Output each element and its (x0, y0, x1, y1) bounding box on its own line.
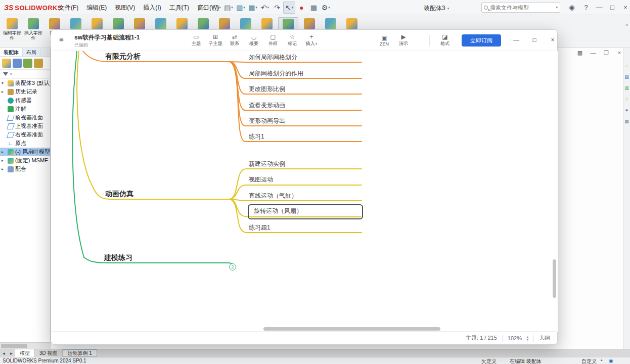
customize-caret-icon[interactable]: ▴ (601, 358, 603, 362)
taskpane-grid-icon[interactable]: ▦ (575, 50, 584, 56)
tabs-next-icon[interactable]: ► (8, 351, 15, 357)
view-palette-icon[interactable]: ☆ (624, 97, 628, 102)
outline-button[interactable]: 大纲 (539, 334, 550, 342)
mindmap-canvas[interactable]: 有限元分析 如何局部网格划分 局部网格划分的作用 更改图形比例 查看变形动画 变… (52, 51, 558, 332)
mindmap-branch-topic[interactable]: 动画仿真 (105, 189, 133, 199)
format-button[interactable]: ◪格式 (435, 32, 455, 49)
tree-row-mates[interactable]: ▸配合 (0, 165, 50, 173)
user-account-icon[interactable]: ◉ (565, 0, 578, 15)
tree-row-top-plane[interactable]: 上视基准面 (0, 122, 50, 130)
tree-row-front-plane[interactable]: 前视基准面 (0, 113, 50, 122)
tree-row-history[interactable]: ▸历史记录 (0, 87, 50, 96)
tree-row-right-plane[interactable]: 右视基准面 (0, 130, 50, 139)
design-library-icon[interactable]: ▤ (624, 74, 629, 79)
pin-icon[interactable]: ⊙ (178, 4, 183, 11)
tab-3d-views[interactable]: 3D 视图 (35, 349, 63, 357)
doc-restore-button[interactable]: ❐ (602, 50, 611, 56)
marker-button[interactable]: ☆标记 (283, 32, 302, 49)
window-minimize-button[interactable]: — (593, 0, 606, 15)
topic-button[interactable]: ▭主题 (187, 32, 206, 49)
xmind-close-button[interactable]: × (545, 33, 560, 47)
tree-row-assembly[interactable]: ▾装配体3 (默认) <显 (0, 79, 50, 87)
menu-insert[interactable]: 插入(I) (139, 2, 165, 14)
expand-arrow-icon[interactable]: ▸ (2, 150, 6, 154)
window-close-button[interactable]: × (619, 0, 630, 15)
tab-motion-study-1[interactable]: 运动算例 1 (63, 349, 97, 357)
new-document-icon[interactable]: ▢▾ (210, 2, 222, 14)
ribbon-collapse-chevron[interactable]: ^ (625, 23, 628, 29)
view-settings-icon[interactable]: ▦ (307, 2, 320, 14)
mindmap-node[interactable]: 新建运动实例 (249, 159, 285, 168)
open-document-icon[interactable]: ▤▾ (222, 2, 235, 14)
select-tool-icon[interactable]: ↖▾ (283, 2, 295, 14)
save-icon[interactable]: ▥▾ (235, 2, 247, 14)
mindmap-node[interactable]: 直线运动（气缸） (249, 191, 297, 200)
menu-edit[interactable]: 编辑(E) (82, 2, 111, 14)
zoom-out-caret-icon[interactable]: ▾ (527, 338, 528, 341)
search-input[interactable] (490, 5, 554, 11)
mindmap-node[interactable]: 练习题1 (249, 223, 271, 232)
expand-arrow-icon[interactable]: ▸ (2, 167, 6, 171)
scrollbar-thumb[interactable] (1, 344, 27, 348)
menu-file[interactable]: 文件(F) (55, 2, 82, 14)
mindmap-node[interactable]: 查看变形动画 (249, 101, 285, 110)
tree-row-msmf[interactable]: ▸(固定) MSMF (0, 156, 50, 165)
window-maximize-button[interactable]: □ (606, 0, 619, 15)
mindmap-node[interactable]: 练习1 (249, 132, 264, 141)
mindmap-node[interactable]: 变形动画导出 (249, 116, 285, 125)
options-gear-icon[interactable]: ⚙▾ (320, 2, 332, 14)
subscribe-button[interactable]: 立即订阅 (462, 34, 501, 47)
mindmap-node-selected[interactable]: 旋转运动（风扇） (248, 204, 363, 219)
xmind-maximize-button[interactable]: □ (527, 33, 542, 47)
tree-row-annotations[interactable]: 注解 (0, 105, 50, 113)
mindmap-node[interactable]: 如何局部网格划分 (249, 53, 297, 62)
mindmap-node[interactable]: 局部网格划分的作用 (249, 69, 303, 78)
mindmap-node[interactable]: 视图运动 (249, 175, 273, 184)
redo-icon[interactable]: ↷ (271, 2, 283, 14)
hamburger-menu-icon[interactable]: ≡ (59, 35, 64, 43)
mindmap-branch-topic[interactable]: 有限元分析 (105, 51, 141, 61)
expand-arrow-icon[interactable]: ▸ (2, 89, 6, 94)
tree-row-fan-model[interactable]: ▸(-) 风扇叶模型 (0, 148, 50, 156)
mindmap-node[interactable]: 更改图形比例 (249, 84, 285, 94)
mindmap-collapsed-count-badge[interactable]: 2 (229, 263, 236, 270)
filter-caret-icon[interactable]: ▾ (10, 72, 12, 76)
mindmap-branch-topic[interactable]: 建模练习 (104, 252, 132, 262)
zen-mode-button[interactable]: ▣ZEN (375, 32, 394, 49)
zoom-stepper[interactable]: ▴ ▾ (527, 335, 528, 341)
summary-button[interactable]: ◡概要 (244, 32, 263, 49)
tab-layout[interactable]: 布局 (23, 48, 40, 56)
tabs-prev-icon[interactable]: ◄ (0, 351, 8, 357)
appearance-icon[interactable]: ● (295, 2, 307, 14)
doc-minimize-button[interactable]: — (589, 50, 598, 56)
web-help-globe-icon[interactable]: ◉ (609, 358, 613, 363)
print-icon[interactable]: ▦▾ (247, 2, 259, 14)
tree-row-sensors[interactable]: 传感器 (0, 96, 50, 105)
customize-menu[interactable]: 自定义 (581, 358, 597, 364)
configuration-manager-icon[interactable] (23, 59, 32, 68)
canvas-vertical-scrollbar[interactable] (553, 259, 556, 298)
search-caret-icon[interactable]: ▾ (556, 6, 558, 10)
filter-funnel-icon[interactable] (3, 72, 8, 76)
relationship-button[interactable]: ⇄联系 (225, 32, 244, 49)
boundary-button[interactable]: ▢外框 (263, 32, 283, 49)
property-manager-icon[interactable] (13, 59, 22, 68)
ribbon-item-insert-component[interactable]: 插入零部件 (23, 17, 43, 47)
tree-row-origin[interactable]: ∟原点 (0, 139, 50, 148)
featuremanager-tree-icon[interactable] (2, 59, 11, 68)
tab-model[interactable]: 模型 (15, 349, 35, 357)
custom-properties-icon[interactable]: ▦ (624, 119, 629, 124)
expand-arrow-icon[interactable]: ▸ (2, 158, 6, 163)
home-icon[interactable]: ⌂ (198, 2, 210, 14)
subtopic-button[interactable]: ⊞子主题 (206, 32, 225, 49)
appearances-icon[interactable]: ● (625, 108, 628, 113)
left-panel-scrollbar[interactable] (0, 342, 50, 349)
caret-down-icon[interactable]: ▾ (447, 7, 449, 11)
resources-home-icon[interactable]: ⌂ (625, 63, 628, 68)
canvas-horizontal-scrollbar[interactable] (263, 327, 440, 331)
ribbon-item-edit-component[interactable]: 编辑零部件 (2, 17, 22, 47)
display-manager-icon[interactable] (34, 59, 43, 68)
undo-icon[interactable]: ↶▾ (259, 2, 271, 14)
xmind-minimize-button[interactable]: — (509, 33, 524, 47)
menu-view[interactable]: 视图(V) (111, 2, 139, 14)
